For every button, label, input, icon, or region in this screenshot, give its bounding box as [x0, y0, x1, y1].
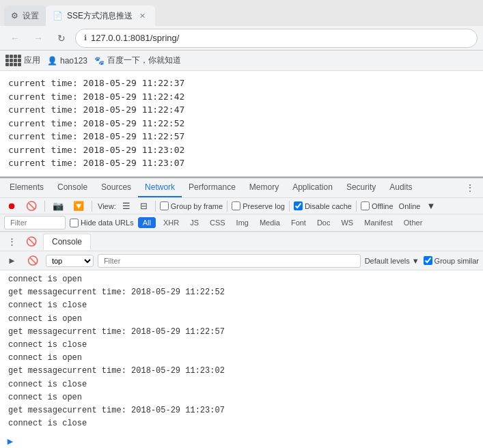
bookmark-baidu[interactable]: 🐾 百度一下，你就知道 [94, 55, 181, 66]
filter-all[interactable]: All [138, 217, 156, 228]
group-by-frame-checkbox[interactable]: Group by frame [160, 201, 223, 210]
filter-xhr[interactable]: XHR [160, 217, 182, 228]
disable-cache-label: Disable cache [305, 202, 352, 210]
throttle-dropdown[interactable]: ▼ [423, 199, 439, 212]
tab-network[interactable]: Network [138, 178, 182, 197]
console-more-icon[interactable]: ⋮ [4, 235, 20, 248]
hao123-label: hao123 [60, 56, 87, 66]
tab-close-button[interactable]: ✕ [137, 10, 148, 22]
filter-img[interactable]: Img [233, 217, 252, 228]
filter-doc[interactable]: Doc [314, 217, 334, 228]
refresh-button[interactable]: ↻ [52, 29, 71, 48]
online-label: Online [399, 202, 421, 210]
more-tabs-icon[interactable]: ⋮ [460, 180, 480, 196]
clear-button[interactable]: 🚫 [23, 199, 40, 212]
offline-input[interactable] [361, 201, 370, 210]
view-grid-icon[interactable]: ⊟ [137, 199, 151, 212]
hide-data-urls-label: Hide data URLs [81, 219, 134, 227]
group-similar-checkbox[interactable]: Group similar [424, 256, 479, 265]
filter-input[interactable] [4, 216, 66, 229]
console-line: connect is close [5, 417, 478, 430]
tab-settings[interactable]: ⚙ 设置 [4, 5, 46, 26]
tab-application[interactable]: Application [286, 178, 340, 197]
console-output: connect is openget messagecurrent time: … [0, 270, 483, 433]
context-select[interactable]: top [46, 255, 94, 267]
filter-manifest[interactable]: Manifest [361, 217, 396, 228]
default-levels[interactable]: Default levels ▼ [365, 257, 419, 265]
page-line: current time: 2018-05-29 11:22:37 [8, 76, 475, 90]
group-by-frame-input[interactable] [160, 201, 169, 210]
console-line: get messagecurrent time: 2018-05-29 11:2… [5, 404, 478, 417]
console-line: connect is close [5, 299, 478, 312]
page-line: current time: 2018-05-29 11:22:57 [8, 130, 475, 143]
preserve-log-input[interactable] [232, 201, 240, 210]
tab-sse[interactable]: 📄 SSE方式消息推送 ✕ [46, 5, 155, 26]
separator-2 [92, 201, 92, 212]
console-line: get messagecurrent time: 2018-05-29 11:2… [5, 365, 478, 378]
filter-other[interactable]: Other [400, 217, 426, 228]
tab-sse-label: SSE方式消息推送 [67, 10, 133, 22]
tab-sources[interactable]: Sources [94, 178, 138, 197]
tab-console[interactable]: Console [51, 178, 94, 197]
page-line: current time: 2018-05-29 11:22:47 [8, 103, 475, 117]
new-tab-area [155, 5, 182, 26]
hide-data-urls-input[interactable] [70, 219, 79, 227]
url-bar[interactable]: ℹ 127.0.0.1:8081/spring/ [75, 29, 478, 48]
filter-media[interactable]: Media [256, 217, 284, 228]
console-filter-input[interactable] [98, 254, 361, 268]
tab-elements[interactable]: Elements [3, 178, 51, 197]
filter-js[interactable]: JS [187, 217, 202, 228]
filter-button[interactable]: 🔽 [70, 199, 87, 212]
apps-grid-icon [5, 55, 21, 66]
page-line: current time: 2018-05-29 11:23:07 [8, 156, 475, 170]
offline-checkbox[interactable]: Offline [361, 201, 394, 210]
console-ban-icon[interactable]: 🚫 [24, 254, 42, 267]
separator-5 [289, 201, 290, 212]
console-line: connect is open [5, 391, 478, 404]
separator-1 [44, 201, 45, 212]
offline-label: Offline [372, 202, 394, 210]
url-host: 127.0.0.1:8081/spring/ [91, 33, 179, 43]
disable-cache-input[interactable] [294, 201, 303, 210]
record-button[interactable]: ⏺ [4, 199, 20, 212]
back-button[interactable]: ← [5, 29, 25, 48]
tab-memory[interactable]: Memory [243, 178, 286, 197]
tab-audits[interactable]: Audits [383, 178, 419, 197]
bookmark-apps[interactable]: 应用 [5, 55, 40, 66]
page-line: current time: 2018-05-29 11:22:42 [8, 90, 475, 104]
filter-font[interactable]: Font [288, 217, 309, 228]
group-similar-input[interactable] [424, 256, 432, 265]
console-line: connect is close [5, 378, 478, 391]
forward-button[interactable]: → [29, 29, 48, 48]
console-prompt[interactable]: ► [0, 433, 483, 448]
preserve-log-checkbox[interactable]: Preserve log [232, 201, 285, 210]
console-sub-tabs: ⋮ 🚫 Console [0, 232, 483, 251]
network-toolbar: ⏺ 🚫 📷 🔽 View: ☰ ⊟ Group by frame Preserv… [0, 198, 483, 214]
tab-settings-label: 设置 [23, 10, 39, 22]
group-similar-label: Group similar [434, 257, 479, 265]
filter-css[interactable]: CSS [206, 217, 229, 228]
devtools-panel: Elements Console Sources Network Perform… [0, 177, 483, 443]
console-clear-icon[interactable]: 🚫 [23, 235, 40, 248]
tab-performance[interactable]: Performance [182, 178, 243, 197]
console-sub-tab-active[interactable]: Console [43, 234, 91, 250]
console-line: connect is open [5, 313, 478, 326]
console-prompt-input[interactable] [18, 436, 478, 446]
page-line: current time: 2018-05-29 11:23:02 [8, 143, 475, 157]
hide-data-urls-checkbox[interactable]: Hide data URLs [70, 219, 134, 227]
levels-dropdown-arrow[interactable]: ▼ [412, 257, 419, 265]
disable-cache-checkbox[interactable]: Disable cache [294, 201, 352, 210]
console-exec-icon[interactable]: ► [4, 254, 20, 267]
console-line: get messagecurrent time: 2018-05-29 11:2… [5, 286, 478, 299]
console-line: get messagecurrent time: 2018-05-29 11:2… [5, 326, 478, 339]
camera-button[interactable]: 📷 [49, 199, 67, 212]
prompt-arrow-icon: ► [5, 436, 15, 447]
bookmark-hao123[interactable]: 👤 hao123 [47, 56, 87, 66]
filter-ws[interactable]: WS [337, 217, 357, 228]
separator-6 [356, 201, 357, 212]
default-levels-label: Default levels [365, 257, 410, 265]
tab-security[interactable]: Security [340, 178, 383, 197]
hao123-icon: 👤 [47, 56, 57, 66]
view-list-icon[interactable]: ☰ [119, 199, 134, 212]
bookmarks-bar: 应用 👤 hao123 🐾 百度一下，你就知道 [0, 51, 483, 71]
